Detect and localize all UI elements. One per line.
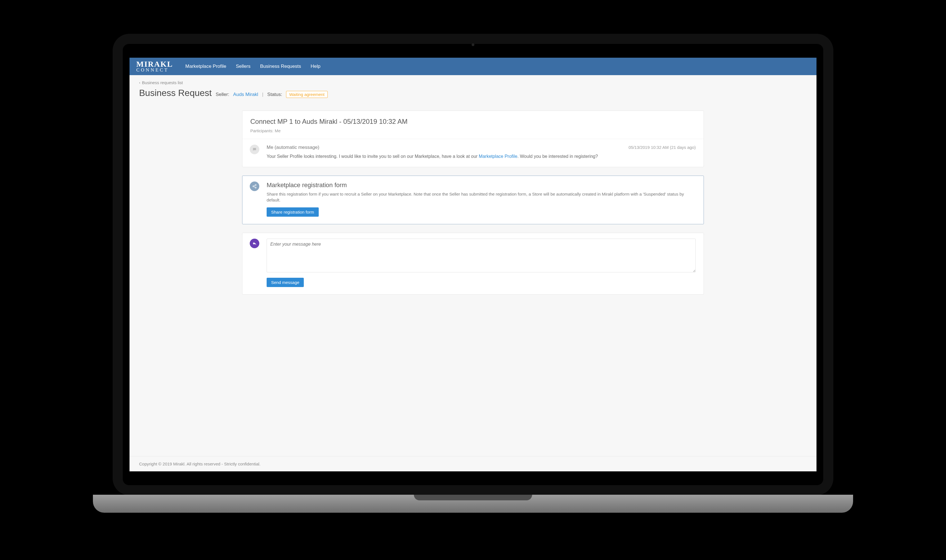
message-timestamp: 05/13/2019 10:32 AM (21 days ago) — [629, 145, 696, 150]
page-header: Business Request Seller: Auds Mirakl | S… — [139, 88, 807, 98]
seller-label: Seller: — [216, 92, 229, 97]
brand-logo[interactable]: MIRAKL CONNECT — [136, 60, 173, 72]
svg-line-4 — [254, 186, 255, 188]
share-registration-form-button[interactable]: Share registration form — [267, 208, 319, 217]
nav-sellers[interactable]: Sellers — [236, 64, 251, 69]
chevron-left-icon: ‹ — [139, 80, 140, 85]
registration-form-title: Marketplace registration form — [267, 182, 696, 189]
seller-link[interactable]: Auds Mirakl — [233, 92, 258, 97]
speech-bubble-icon — [250, 145, 259, 154]
composer-card: Send message — [242, 233, 704, 295]
footer-text: Copyright © 2019 Mirakl. All rights rese… — [139, 462, 260, 466]
message-author: Me (automatic message) — [267, 145, 319, 150]
status-badge: Waiting agreement — [286, 91, 327, 98]
svg-line-5 — [254, 185, 255, 186]
separator: | — [262, 92, 263, 97]
laptop-frame: ect MP 1 User MIRAKL CONNECT Marketplace… — [112, 34, 834, 495]
participants-value: Me — [275, 128, 281, 133]
thread-participants: Participants: Me — [250, 128, 696, 133]
laptop-screen: ect MP 1 User MIRAKL CONNECT Marketplace… — [129, 58, 817, 471]
message-body-suffix: . Would you be interested in registering… — [518, 154, 598, 159]
footer: Copyright © 2019 Mirakl. All rights rese… — [129, 456, 817, 471]
laptop-notch — [414, 495, 532, 500]
nav-marketplace-profile[interactable]: Marketplace Profile — [185, 64, 226, 69]
brand-line1: MIRAKL — [136, 60, 173, 68]
back-to-list-link[interactable]: ‹ Business requests list — [139, 80, 183, 85]
message-body-prefix: Your Seller Profile looks interesting. I… — [267, 154, 479, 159]
page-title: Business Request — [139, 88, 212, 98]
share-icon — [250, 182, 259, 191]
marketplace-profile-inline-link[interactable]: Marketplace Profile — [479, 154, 518, 159]
message-body: Your Seller Profile looks interesting. I… — [267, 153, 696, 160]
app-window: MIRAKL CONNECT Marketplace Profile Selle… — [129, 58, 817, 471]
brand-line2: CONNECT — [136, 68, 173, 72]
thread-card: Connect MP 1 to Auds Mirakl - 05/13/2019… — [242, 111, 704, 167]
thread-title: Connect MP 1 to Auds Mirakl - 05/13/2019… — [250, 118, 696, 126]
registration-form-card: Marketplace registration form Share this… — [242, 175, 704, 224]
nav-help[interactable]: Help — [311, 64, 320, 69]
back-link-text: Business requests list — [142, 80, 183, 85]
participants-label: Participants: — [250, 128, 274, 133]
thread-header: Connect MP 1 to Auds Mirakl - 05/13/2019… — [242, 111, 704, 139]
message-item: Me (automatic message) 05/13/2019 10:32 … — [242, 139, 704, 167]
message-input[interactable] — [267, 238, 696, 272]
registration-form-description: Share this registration form if you want… — [267, 191, 696, 203]
status-label: Status: — [267, 92, 282, 97]
topbar: MIRAKL CONNECT Marketplace Profile Selle… — [129, 58, 817, 75]
page-body: ‹ Business requests list Business Reques… — [129, 75, 817, 456]
reply-icon — [250, 238, 259, 248]
laptop-camera — [471, 43, 475, 46]
nav-business-requests[interactable]: Business Requests — [260, 64, 301, 69]
send-message-button[interactable]: Send message — [267, 278, 304, 287]
